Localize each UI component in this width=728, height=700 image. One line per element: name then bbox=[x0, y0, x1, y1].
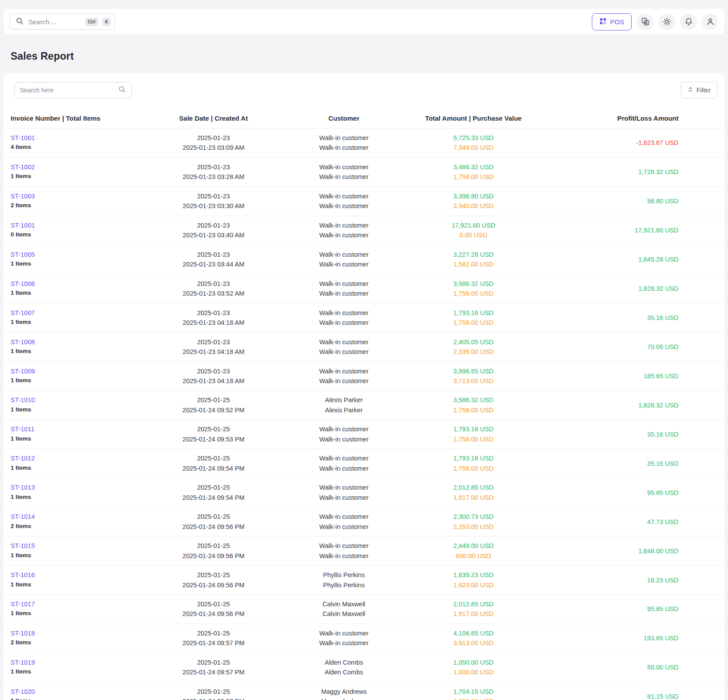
pos-button[interactable]: POS bbox=[592, 13, 632, 30]
created-at: 2025-01-23 03:52 AM bbox=[141, 289, 286, 298]
created-at: 2025-01-23 04:18 AM bbox=[141, 347, 286, 357]
customer-name: Walk-in customer bbox=[286, 133, 402, 143]
language-switcher-button[interactable] bbox=[637, 14, 653, 30]
total-amount: 1,639.23 USD bbox=[402, 570, 545, 580]
invoice-number-link[interactable]: ST-1012 bbox=[11, 453, 35, 463]
invoice-number-link[interactable]: ST-1008 bbox=[11, 337, 35, 347]
invoice-number-link[interactable]: ST-1019 bbox=[11, 658, 35, 667]
customer-name: Alexis Parker bbox=[286, 395, 402, 405]
created-at: 2025-01-24 09:56 PM bbox=[141, 522, 286, 532]
profile-button[interactable] bbox=[702, 14, 718, 30]
total-amount: 2,405.05 USD bbox=[402, 337, 545, 347]
invoice-number-link[interactable]: ST-1001 bbox=[11, 133, 35, 143]
invoice-number-link[interactable]: ST-1017 bbox=[11, 599, 35, 609]
filter-button[interactable]: Filter bbox=[681, 82, 717, 99]
total-amount: 3,396.80 USD bbox=[402, 191, 545, 201]
table-row: ST-1003 2 Items 2025-01-23 2025-01-23 03… bbox=[4, 187, 724, 216]
purchase-value: 1,917.00 USD bbox=[402, 493, 545, 502]
pos-button-label: POS bbox=[610, 18, 624, 26]
purchase-value: 1,623.00 USD bbox=[402, 580, 545, 590]
topbar: Search.... Ctrl K POS bbox=[4, 9, 724, 34]
sun-icon bbox=[663, 17, 671, 26]
table-row: ST-1007 1 Items 2025-01-23 2025-01-23 04… bbox=[4, 304, 724, 333]
notifications-button[interactable] bbox=[680, 14, 697, 30]
purchase-value: 1,758.00 USD bbox=[402, 405, 545, 415]
customer-name: Walk-in customer bbox=[286, 230, 402, 240]
purchase-value: 1,758.00 USD bbox=[402, 464, 545, 473]
purchase-value: 0.00 USD bbox=[402, 230, 545, 240]
total-items: 4 Items bbox=[11, 143, 141, 152]
customer-name: Walk-in customer bbox=[286, 453, 402, 463]
invoice-number-link[interactable]: ST-1018 bbox=[11, 628, 35, 638]
customer-name: Walk-in customer bbox=[286, 259, 402, 269]
profit-loss-amount: 1,848.00 USD bbox=[638, 548, 678, 555]
table-search-field[interactable] bbox=[14, 82, 132, 98]
invoice-number-link[interactable]: ST-1015 bbox=[11, 541, 35, 551]
invoice-number-link[interactable]: ST-1003 bbox=[11, 191, 35, 201]
header-date: Sale Date | Created At bbox=[141, 114, 286, 122]
invoice-number-link[interactable]: ST-1007 bbox=[11, 308, 35, 318]
invoice-number-link[interactable]: ST-1013 bbox=[11, 483, 35, 492]
total-items: 1 Items bbox=[11, 376, 141, 385]
sort-arrows-icon bbox=[687, 86, 694, 94]
purchase-value: 1,758.00 USD bbox=[402, 172, 545, 182]
invoice-number-link[interactable]: ST-1001 bbox=[11, 221, 35, 230]
total-items: 1 Items bbox=[11, 696, 141, 700]
purchase-value: 1,758.00 USD bbox=[402, 318, 545, 327]
profit-loss-amount: 1,828.32 USD bbox=[638, 285, 678, 292]
total-items: 2 Items bbox=[11, 522, 141, 531]
table-search-input[interactable] bbox=[20, 87, 118, 94]
invoice-number-link[interactable]: ST-1006 bbox=[11, 279, 35, 289]
profit-loss-amount: 1,645.28 USD bbox=[638, 256, 678, 263]
created-at: 2025-01-24 09:53 PM bbox=[141, 434, 286, 444]
created-at: 2025-01-24 09:57 PM bbox=[141, 638, 286, 648]
customer-name: Phyllis Perkins bbox=[286, 580, 402, 590]
sale-date: 2025-01-23 bbox=[141, 250, 286, 259]
sale-date: 2025-01-23 bbox=[141, 133, 286, 143]
customer-name: Alden Combs bbox=[286, 658, 402, 667]
invoice-number-link[interactable]: ST-1002 bbox=[11, 162, 35, 172]
invoice-number-link[interactable]: ST-1005 bbox=[11, 250, 35, 259]
customer-name: Walk-in customer bbox=[286, 143, 402, 152]
customer-name: Walk-in customer bbox=[286, 628, 402, 638]
sale-date: 2025-01-25 bbox=[141, 658, 286, 667]
profit-loss-amount: 35.16 USD bbox=[647, 431, 678, 438]
invoice-number-link[interactable]: ST-1011 bbox=[11, 424, 34, 434]
table-row: ST-1016 1 Items 2025-01-25 2025-01-24 09… bbox=[4, 566, 724, 595]
table-row: ST-1018 2 Items 2025-01-25 2025-01-24 09… bbox=[4, 624, 724, 653]
total-amount: 3,486.32 USD bbox=[402, 162, 545, 172]
customer-name: Walk-in customer bbox=[286, 522, 402, 532]
invoice-number-link[interactable]: ST-1009 bbox=[11, 366, 35, 376]
purchase-value: 1,758.00 USD bbox=[402, 434, 545, 444]
customer-name: Walk-in customer bbox=[286, 308, 402, 318]
invoice-number-link[interactable]: ST-1014 bbox=[11, 512, 35, 521]
total-items: 2 Items bbox=[11, 201, 141, 210]
customer-name: Phyllis Perkins bbox=[286, 570, 402, 580]
customer-name: Walk-in customer bbox=[286, 493, 402, 502]
sale-date: 2025-01-23 bbox=[141, 221, 286, 230]
profit-loss-amount: 47.73 USD bbox=[647, 518, 678, 525]
table-body: ST-1001 4 Items 2025-01-23 2025-01-23 03… bbox=[4, 129, 724, 700]
total-items: 1 Items bbox=[11, 347, 141, 356]
customer-name: Walk-in customer bbox=[286, 512, 402, 521]
global-search-input[interactable]: Search.... Ctrl K bbox=[10, 14, 115, 30]
purchase-value: 2,253.00 USD bbox=[402, 522, 545, 532]
total-amount: 1,793.16 USD bbox=[402, 308, 545, 318]
invoice-number-link[interactable]: ST-1010 bbox=[11, 395, 35, 405]
table-row: ST-1017 1 Items 2025-01-25 2025-01-24 09… bbox=[4, 595, 724, 624]
customer-name: Walk-in customer bbox=[286, 201, 402, 211]
invoice-number-link[interactable]: ST-1016 bbox=[11, 570, 35, 580]
profit-loss-amount: 185.65 USD bbox=[644, 373, 678, 380]
purchase-value: 3,913.00 USD bbox=[402, 638, 545, 648]
created-at: 2025-01-23 03:09 AM bbox=[141, 143, 286, 152]
created-at: 2025-01-24 09:57 PM bbox=[141, 667, 286, 677]
invoice-number-link[interactable]: ST-1020 bbox=[11, 687, 35, 696]
profit-loss-amount: 50.00 USD bbox=[647, 664, 678, 671]
theme-toggle-button[interactable] bbox=[659, 14, 675, 30]
customer-name: Walk-in customer bbox=[286, 376, 402, 386]
table-row: ST-1009 1 Items 2025-01-23 2025-01-23 04… bbox=[4, 362, 724, 391]
customer-name: Walk-in customer bbox=[286, 638, 402, 648]
created-at: 2025-01-24 09:56 PM bbox=[141, 580, 286, 590]
total-items: 1 Items bbox=[11, 551, 141, 560]
sale-date: 2025-01-25 bbox=[141, 570, 286, 580]
